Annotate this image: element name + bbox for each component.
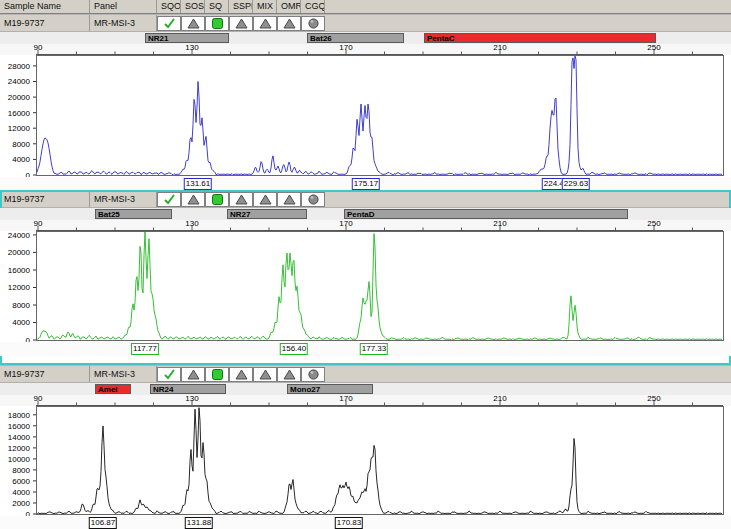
peak-size-label[interactable]: 131.88	[185, 517, 213, 529]
flag-cell-mix[interactable]	[253, 192, 277, 207]
flag-cell-sos[interactable]	[181, 367, 205, 382]
peak-size-label[interactable]: 156.40	[280, 343, 308, 355]
sample-panel-3[interactable]: M19-9737MR-MSI-3AmelNR24Mono279013017021…	[0, 365, 731, 529]
sphere-flag-icon	[308, 18, 319, 29]
peak-size-label[interactable]: 106.87	[89, 517, 117, 529]
warning-triangle-icon	[187, 194, 200, 205]
header-cell-omr[interactable]: OMR	[277, 0, 301, 13]
size-ruler: 90130170210250	[0, 220, 731, 231]
sample-row[interactable]: M19-9737MR-MSI-3	[0, 366, 731, 383]
y-axis-label: 8000	[0, 301, 30, 310]
sphere-flag-icon	[308, 369, 319, 380]
flag-cell-sqo[interactable]	[157, 16, 181, 31]
peak-label-row: 117.77156.40177.33	[0, 342, 731, 356]
marker-bar-amel: Amel	[95, 384, 131, 394]
warning-triangle-icon	[187, 18, 200, 29]
genotype-analysis-window: Sample NamePanelSQOSOSSQSSPKMIXOMRCGQ M1…	[0, 0, 731, 529]
header-cell-panel[interactable]: Panel	[90, 0, 157, 13]
flag-cell-sq[interactable]	[205, 192, 229, 207]
flag-cell-sos[interactable]	[181, 192, 205, 207]
marker-bar-pentad: PentaD	[344, 209, 628, 219]
y-axis-label: 24000	[0, 77, 30, 86]
sample-name: M19-9737	[0, 15, 90, 31]
peak-size-label[interactable]: 117.77	[131, 343, 159, 355]
y-axis-label: 8000	[0, 140, 30, 149]
ruler-tick-label: 130	[185, 394, 198, 403]
y-axis-label: 18000	[0, 411, 30, 420]
flag-cell-cgq[interactable]	[301, 16, 325, 31]
check-icon	[163, 18, 176, 29]
flag-cell-sqo[interactable]	[157, 192, 181, 207]
peak-size-label[interactable]: 175.17	[352, 178, 380, 190]
sample-panel-2[interactable]: M19-9737MR-MSI-3Bat25NR27PentaD901301702…	[0, 190, 731, 365]
column-header-row: Sample NamePanelSQOSOSSQSSPKMIXOMRCGQ	[0, 0, 731, 14]
marker-row: AmelNR24Mono27	[0, 383, 731, 395]
ruler-tick-label: 90	[34, 43, 43, 52]
flag-cell-sq[interactable]	[205, 367, 229, 382]
header-cell-sample-name[interactable]: Sample Name	[0, 0, 90, 13]
warning-triangle-icon	[235, 18, 248, 29]
flag-cell-cgq[interactable]	[301, 367, 325, 382]
ruler-tick-label: 170	[339, 219, 352, 228]
flag-cell-sos[interactable]	[181, 16, 205, 31]
peak-label-row: 106.87131.88170.83	[0, 516, 731, 529]
electropherogram-plot[interactable]: 04000800012000160002000024000	[0, 231, 731, 342]
electropherogram-plot[interactable]: 0400080001200016000200002400028000	[0, 55, 731, 177]
header-cell-sos[interactable]: SOS	[181, 0, 205, 13]
peak-size-label[interactable]: 170.83	[335, 517, 363, 529]
header-cell-sspk[interactable]: SSPK	[229, 0, 253, 13]
header-cell-sq[interactable]: SQ	[205, 0, 229, 13]
flag-cell-sspk[interactable]	[229, 16, 253, 31]
y-axis-label: 2000	[0, 499, 30, 508]
marker-bar-pentac: PentaC	[424, 33, 656, 43]
flag-cell-sspk[interactable]	[229, 192, 253, 207]
header-cell-cgq[interactable]: CGQ	[301, 0, 325, 13]
flag-cell-mix[interactable]	[253, 367, 277, 382]
size-ruler: 90130170210250	[0, 44, 731, 55]
header-cell-sqo[interactable]: SQO	[157, 0, 181, 13]
ruler-tick-label: 170	[339, 394, 352, 403]
ruler-tick-label: 130	[185, 43, 198, 52]
y-axis-label: 4000	[0, 488, 30, 497]
flag-cell-omr[interactable]	[277, 16, 301, 31]
electropherogram-plot[interactable]: 0200040006000800010000120001400016000180…	[0, 406, 731, 516]
sample-panel-1[interactable]: M19-9737MR-MSI-3NR21Bat26PentaC901301702…	[0, 14, 731, 190]
warning-triangle-icon	[235, 194, 248, 205]
flag-cell-omr[interactable]	[277, 367, 301, 382]
ruler-tick-label: 210	[493, 394, 506, 403]
flag-cell-omr[interactable]	[277, 192, 301, 207]
y-axis-label: 4000	[0, 155, 30, 164]
peak-size-label[interactable]: 177.33	[360, 343, 388, 355]
y-axis-label: 20000	[0, 248, 30, 257]
flag-cell-sqo[interactable]	[157, 367, 181, 382]
ruler-tick-label: 250	[647, 43, 660, 52]
flag-cell-sspk[interactable]	[229, 367, 253, 382]
flag-cell-cgq[interactable]	[301, 192, 325, 207]
sample-row-filler	[325, 366, 731, 382]
header-filler	[325, 0, 731, 13]
y-axis-label: 12000	[0, 444, 30, 453]
green-square-flag-icon	[212, 369, 223, 380]
marker-bar-nr27: NR27	[227, 209, 307, 219]
marker-bar-bat25: Bat25	[95, 209, 172, 219]
warning-triangle-icon	[259, 369, 272, 380]
sample-row[interactable]: M19-9737MR-MSI-3	[0, 191, 731, 208]
y-axis-label: 20000	[0, 93, 30, 102]
peak-size-label[interactable]: 131.61	[184, 178, 212, 190]
sample-row[interactable]: M19-9737MR-MSI-3	[0, 15, 731, 32]
trace-plot-svg	[0, 406, 731, 516]
ruler-tick-label: 250	[647, 394, 660, 403]
header-cell-mix[interactable]: MIX	[253, 0, 277, 13]
warning-triangle-icon	[283, 18, 296, 29]
peak-size-label[interactable]: 229.63	[562, 178, 590, 190]
sample-name: M19-9737	[0, 366, 90, 382]
y-axis-label: 24000	[0, 231, 30, 240]
y-axis-label: 10000	[0, 455, 30, 464]
marker-row: NR21Bat26PentaC	[0, 32, 731, 44]
marker-row: Bat25NR27PentaD	[0, 208, 731, 220]
check-icon	[163, 369, 176, 380]
flag-cell-mix[interactable]	[253, 16, 277, 31]
ruler-ticks	[0, 220, 731, 231]
ruler-tick-label: 90	[34, 219, 43, 228]
flag-cell-sq[interactable]	[205, 16, 229, 31]
